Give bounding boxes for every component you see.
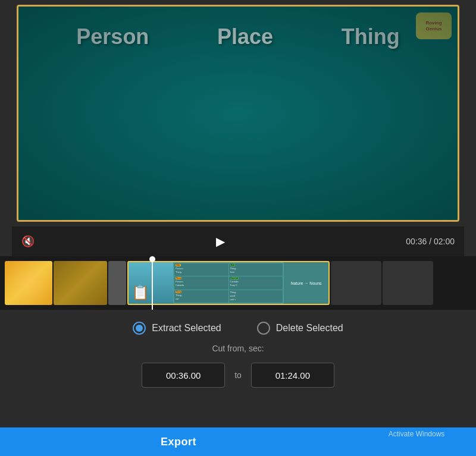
title-word-thing: Thing: [342, 24, 400, 49]
cut-section: Cut from, sec: to: [0, 344, 476, 397]
clip-small[interactable]: [108, 261, 126, 305]
timeline-clips: SlidePersonThing SlideThingItem GroupPer…: [0, 256, 476, 310]
options-row: Extract Selected Delete Selected: [0, 310, 476, 344]
roving-genius-logo: Roving Genius: [416, 12, 452, 39]
title-word-person: Person: [76, 24, 149, 49]
time-inputs: to: [142, 363, 334, 388]
thumbnail-left: [129, 262, 173, 304]
delete-option[interactable]: Delete Selected: [257, 322, 343, 335]
time-display: 00:36 / 02:00: [406, 237, 455, 246]
extract-radio-dot: [136, 325, 143, 332]
clip-selected[interactable]: SlidePersonThing SlideThingItem GroupPer…: [127, 261, 330, 305]
from-time-input[interactable]: [142, 363, 225, 388]
activate-windows: Activate Windows: [357, 427, 476, 456]
mute-button[interactable]: 🔇: [21, 235, 35, 248]
clip-classroom[interactable]: [54, 261, 107, 305]
time-separator: /: [429, 237, 431, 246]
play-button[interactable]: ▶: [216, 234, 225, 249]
clip-orange[interactable]: [5, 261, 52, 305]
export-button[interactable]: Export: [0, 427, 357, 456]
delete-label: Delete Selected: [276, 323, 343, 334]
export-bar: Export Activate Windows: [0, 427, 476, 456]
extract-option[interactable]: Extract Selected: [133, 322, 221, 335]
title-word-place: Place: [217, 24, 273, 49]
thumbnail-grid: SlidePersonThing SlideThingItem GroupPer…: [173, 262, 284, 304]
delete-radio[interactable]: [257, 322, 270, 335]
to-label: to: [234, 370, 242, 380]
extract-label: Extract Selected: [152, 323, 221, 334]
nature-arrow: Nature → Nouns: [284, 262, 328, 304]
to-time-input[interactable]: [251, 363, 334, 388]
clip-ghost2[interactable]: [383, 261, 433, 305]
timeline-area[interactable]: SlidePersonThing SlideThingItem GroupPer…: [0, 256, 476, 310]
total-time: 02:00: [434, 237, 455, 246]
clip-thumbnail: SlidePersonThing SlideThingItem GroupPer…: [129, 262, 328, 304]
controls-bar: 🔇 ▶ 00:36 / 02:00: [12, 227, 464, 256]
video-container: Person Place Thing Roving Genius: [12, 0, 464, 227]
cut-label: Cut from, sec:: [212, 344, 264, 353]
extract-radio[interactable]: [133, 322, 146, 335]
clip-ghost1[interactable]: [331, 261, 381, 305]
current-time: 00:36: [406, 237, 427, 246]
timeline-scrubber[interactable]: [152, 256, 153, 310]
video-frame: Person Place Thing Roving Genius: [17, 5, 459, 222]
